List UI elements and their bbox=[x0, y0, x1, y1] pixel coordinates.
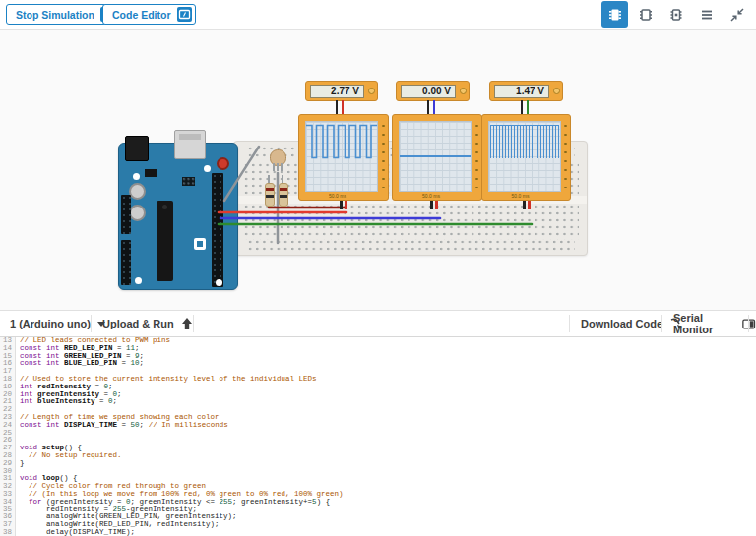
flat-wave bbox=[400, 155, 471, 157]
code-line: 21int blueIntensity = 0; bbox=[0, 398, 756, 406]
circuit-canvas[interactable]: 2.77 V 0.00 V 1.47 V 50.0 ms bbox=[0, 30, 756, 310]
scope-pin bbox=[528, 201, 531, 209]
probe-wire bbox=[336, 100, 338, 114]
serial-monitor-icon bbox=[742, 318, 756, 330]
toolbar-divider bbox=[569, 315, 570, 332]
probe-wire bbox=[521, 100, 523, 114]
code-line: 29} bbox=[0, 460, 756, 468]
square-wave bbox=[306, 122, 377, 191]
breadboard-bottom-rail bbox=[248, 240, 575, 254]
download-code-button[interactable]: Download Code bbox=[581, 311, 684, 336]
oscilloscope-3-screen bbox=[488, 121, 561, 192]
probe-wire bbox=[427, 100, 429, 114]
led-leg bbox=[277, 163, 279, 171]
stop-simulation-label: Stop Simulation bbox=[16, 9, 94, 21]
pcb-view-icon[interactable] bbox=[662, 1, 689, 28]
atmega-chip bbox=[157, 201, 173, 281]
toolbar-divider bbox=[662, 315, 662, 332]
mounting-hole bbox=[135, 277, 142, 284]
components-view-icon[interactable] bbox=[601, 1, 628, 28]
tinkercad-simulator: Stop Simulation Code Editor bbox=[0, 0, 756, 536]
code-editor-button[interactable]: Code Editor bbox=[102, 4, 196, 25]
collapse-icon[interactable] bbox=[724, 1, 750, 28]
schematic-view-icon[interactable] bbox=[632, 1, 659, 28]
code-line: 25 bbox=[0, 430, 756, 438]
board-selector-label: 1 (Arduino uno) bbox=[10, 318, 91, 329]
serial-monitor-label: Serial Monitor bbox=[673, 312, 735, 335]
left-pin-header bbox=[121, 195, 131, 234]
code-line: 30 bbox=[0, 468, 756, 476]
code-line: 26 bbox=[0, 437, 756, 445]
power-jack bbox=[125, 136, 149, 161]
capacitor bbox=[129, 205, 146, 221]
oscilloscope-2[interactable]: 50.0 ms bbox=[392, 114, 482, 201]
right-pin-header bbox=[212, 173, 223, 287]
scope-pin bbox=[340, 201, 343, 209]
code-editor-label: Code Editor bbox=[112, 9, 171, 21]
upload-arrow-icon bbox=[181, 317, 193, 330]
multimeter-3-knob[interactable] bbox=[553, 88, 560, 94]
scope-time-label: 50.0 ms bbox=[393, 193, 470, 199]
toolbar-divider bbox=[193, 315, 194, 332]
upload-run-button[interactable]: Upload & Run bbox=[102, 311, 193, 336]
code-text: const int DISPLAY_TIME = 50; // In milli… bbox=[16, 422, 228, 430]
toolbar-divider bbox=[748, 315, 749, 332]
scope-time-label: 50.0 ms bbox=[299, 193, 376, 199]
smd-chip bbox=[145, 169, 157, 177]
oscilloscope-3[interactable]: 50.0 ms bbox=[481, 114, 571, 201]
usb-port bbox=[174, 130, 206, 159]
download-code-label: Download Code bbox=[581, 318, 662, 329]
resistor[interactable] bbox=[279, 183, 288, 207]
led-leg bbox=[281, 163, 283, 171]
code-editor[interactable]: 13// LED leads connected to PWM pins14co… bbox=[0, 337, 756, 536]
serial-monitor-button[interactable]: Serial Monitor bbox=[673, 311, 756, 336]
dense-pwm-wave bbox=[490, 125, 559, 158]
breadboard-lower-strip bbox=[244, 205, 579, 240]
icsp-header bbox=[182, 177, 195, 186]
multimeter-3-display: 1.47 V bbox=[494, 85, 549, 98]
scope-side-ticks bbox=[474, 123, 479, 188]
multimeter-2[interactable]: 0.00 V bbox=[396, 81, 470, 101]
capacitor bbox=[129, 183, 146, 200]
oscilloscope-2-screen bbox=[399, 121, 472, 192]
led-leg bbox=[273, 163, 275, 171]
bottom-toolbar: 1 (Arduino uno) Upload & Run Download Co… bbox=[0, 310, 756, 337]
code-line: 38 delay(DISPLAY_TIME); bbox=[0, 529, 756, 536]
code-text: int blueIntensity = 0; bbox=[16, 398, 117, 406]
scope-pin bbox=[345, 201, 347, 209]
oscilloscope-1-screen bbox=[305, 121, 378, 192]
scope-pin bbox=[435, 201, 438, 209]
code-icon bbox=[177, 7, 192, 22]
multimeter-3[interactable]: 1.47 V bbox=[489, 81, 563, 101]
code-text: delay(DISPLAY_TIME); bbox=[16, 529, 135, 536]
left-pin-header bbox=[121, 240, 131, 285]
parts-list-icon[interactable] bbox=[693, 1, 720, 28]
multimeter-1-knob[interactable] bbox=[368, 88, 375, 94]
code-text: // No setup required. bbox=[16, 452, 122, 460]
board-logo bbox=[194, 238, 206, 250]
code-text bbox=[16, 430, 20, 438]
view-toolbar bbox=[601, 1, 750, 29]
probe-wire bbox=[342, 100, 344, 114]
arduino-uno-board[interactable] bbox=[118, 143, 238, 290]
top-toolbar: Stop Simulation Code Editor bbox=[0, 0, 756, 30]
resistor[interactable] bbox=[265, 183, 275, 207]
scope-time-label: 50.0 ms bbox=[482, 193, 558, 199]
code-text: const int BLUE_LED_PIN = 10; bbox=[16, 360, 144, 368]
reset-button bbox=[217, 157, 229, 170]
code-line: 28 // No setup required. bbox=[0, 452, 756, 460]
toolbar-divider bbox=[91, 315, 92, 332]
code-line: 18// Used to store the current intensity… bbox=[0, 376, 756, 384]
multimeter-1-display: 2.77 V bbox=[310, 85, 364, 98]
mounting-hole bbox=[133, 173, 140, 180]
line-number: 38 bbox=[0, 529, 16, 536]
mounting-hole bbox=[204, 165, 211, 172]
multimeter-1[interactable]: 2.77 V bbox=[305, 81, 378, 101]
scope-pin bbox=[523, 201, 526, 209]
oscilloscope-1[interactable]: 50.0 ms bbox=[298, 114, 389, 201]
mounting-hole bbox=[216, 279, 222, 286]
multimeter-2-display: 0.00 V bbox=[401, 85, 456, 98]
code-text: } bbox=[16, 460, 25, 468]
multimeter-2-knob[interactable] bbox=[460, 88, 467, 94]
code-line: 24const int DISPLAY_TIME = 50; // In mil… bbox=[0, 422, 756, 430]
